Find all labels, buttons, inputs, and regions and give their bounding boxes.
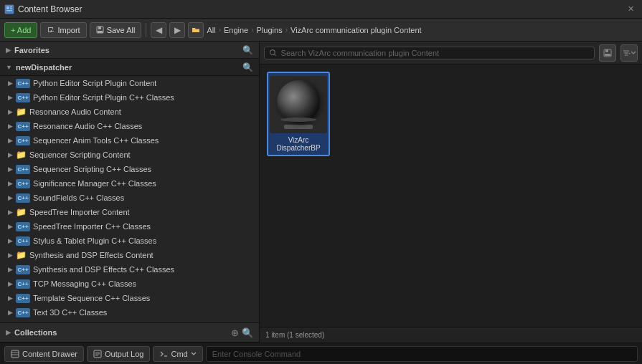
content-grid[interactable]: VizArc DispatcherBP: [260, 64, 642, 327]
cpp-badge: C++: [16, 265, 30, 274]
tree-item[interactable]: ▶C++Significance Manager C++ Classes: [0, 176, 259, 191]
cmd-label: Cmd: [171, 350, 187, 358]
tree-expand-icon: ▶: [6, 193, 14, 202]
asset-preview-base: [284, 125, 313, 129]
svg-rect-15: [11, 350, 19, 358]
breadcrumb-sep-1: ›: [219, 26, 221, 34]
favorites-section[interactable]: ▶ Favorites 🔍: [0, 42, 259, 59]
dispatcher-header[interactable]: ▼ newDispatcher 🔍: [0, 59, 259, 76]
tree-item[interactable]: ▶📁SpeedTree Importer Content: [0, 205, 259, 219]
svg-rect-3: [10, 8, 12, 9]
tree-item-label: SpeedTree Importer Content: [29, 208, 130, 216]
dispatcher-search-button[interactable]: 🔍: [242, 62, 253, 72]
tree-expand-icon: ▶: [6, 136, 14, 145]
tree-item[interactable]: ▶C++Text 3D C++ Classes: [0, 305, 259, 320]
collections-chevron: ▶: [6, 329, 11, 336]
tree-expand-icon: ▶: [6, 122, 14, 130]
favorites-search-button[interactable]: 🔍: [242, 45, 253, 55]
tree-item[interactable]: ▶C++Python Editor Script Plugin C++ Clas…: [0, 90, 259, 105]
tree-item[interactable]: ▶C++Resonance Audio C++ Classes: [0, 119, 259, 133]
cpp-badge: C++: [16, 308, 30, 317]
tree-item-label: Sequencer Scripting C++ Classes: [33, 165, 151, 173]
breadcrumb-plugins[interactable]: Plugins: [257, 26, 283, 34]
svg-rect-1: [6, 6, 9, 9]
output-log-label: Output Log: [105, 350, 143, 358]
tree-expand-icon: ▶: [6, 236, 14, 245]
folder-icon: 📁: [16, 107, 27, 117]
sidebar: ▶ Favorites 🔍 ▼ newDispatcher 🔍 ▶C++Pyth…: [0, 42, 260, 343]
tree-item[interactable]: ▶C++Python Editor Script Plugin Content: [0, 76, 259, 90]
collections-add-button[interactable]: ⊕: [231, 327, 239, 338]
window-title: Content Browser: [18, 4, 624, 14]
add-button[interactable]: + Add: [4, 22, 37, 38]
breadcrumb-sep-3: ›: [285, 26, 288, 34]
dispatcher-header-left: ▼ newDispatcher: [6, 63, 72, 72]
filter-icon: [622, 49, 631, 57]
save-search-button[interactable]: [599, 44, 616, 62]
folder-icon: 📁: [16, 150, 27, 160]
favorites-label: Favorites: [14, 46, 49, 54]
import-button[interactable]: Import: [40, 22, 86, 38]
close-button[interactable]: ✕: [624, 3, 638, 15]
tree-item[interactable]: ▶C++Stylus & Tablet Plugin C++ Classes: [0, 234, 259, 248]
save-all-button[interactable]: Save All: [90, 22, 142, 38]
breadcrumb-current[interactable]: VizArc communication plugin Content: [291, 26, 422, 34]
content-area: VizArc DispatcherBP 1 item (1 selected): [260, 42, 642, 343]
output-log-icon: [93, 350, 102, 358]
filter-options-button[interactable]: [620, 44, 638, 62]
search-input-wrap: [264, 47, 595, 59]
tree-item[interactable]: ▶C++Synthesis and DSP Effects C++ Classe…: [0, 262, 259, 277]
dispatcher-label: newDispatcher: [16, 63, 72, 72]
tree-item[interactable]: ▶C++Sequencer Anim Tools C++ Classes: [0, 133, 259, 148]
chevron-down-icon: [631, 50, 636, 56]
tree-expand-icon: ▶: [6, 208, 14, 216]
content-search-input[interactable]: [281, 49, 590, 57]
toolbar: + Add Import Save All ◀ ▶ All › Engine ›…: [0, 19, 642, 42]
tree-item[interactable]: ▶C++SoundFields C++ Classes: [0, 191, 259, 205]
tree-item-label: Template Sequence C++ Classes: [33, 294, 150, 302]
tree-item-label: Resonance Audio Content: [29, 107, 121, 116]
content-drawer-icon: [11, 350, 19, 358]
output-log-button[interactable]: Output Log: [87, 346, 150, 362]
cpp-badge: C++: [16, 93, 30, 102]
tree-item-label: Python Editor Script Plugin C++ Classes: [33, 93, 174, 102]
cpp-badge: C++: [16, 79, 30, 88]
nav-folder-button[interactable]: [188, 22, 204, 38]
tree-item[interactable]: ▶C++TCP Messaging C++ Classes: [0, 277, 259, 291]
tree-item[interactable]: ▶C++Template Sequence C++ Classes: [0, 291, 259, 305]
save-filter-icon: [603, 49, 612, 57]
asset-item[interactable]: VizArc DispatcherBP: [267, 72, 330, 156]
asset-thumbnail: [270, 76, 327, 133]
collections-search-button[interactable]: 🔍: [242, 327, 253, 338]
cpp-badge: C++: [16, 222, 30, 231]
cmd-button[interactable]: Cmd: [153, 346, 202, 362]
tree-area[interactable]: ▶C++Python Editor Script Plugin Content▶…: [0, 76, 259, 322]
folder-icon: 📁: [16, 250, 27, 260]
content-drawer-button[interactable]: Content Drawer: [4, 346, 84, 362]
svg-rect-10: [605, 49, 608, 52]
tree-expand-icon: ▶: [6, 222, 14, 231]
nav-forward-button[interactable]: ▶: [169, 22, 185, 38]
status-bar: 1 item (1 selected): [260, 327, 642, 343]
collections-section[interactable]: ▶ Collections ⊕ 🔍: [0, 322, 259, 343]
breadcrumb-all[interactable]: All: [207, 26, 215, 34]
save-icon: [96, 26, 104, 34]
favorites-chevron: ▶: [6, 47, 11, 54]
tree-item-label: Stylus & Tablet Plugin C++ Classes: [33, 236, 156, 245]
breadcrumb-engine[interactable]: Engine: [224, 26, 248, 34]
search-icon: [269, 49, 278, 57]
tree-item[interactable]: ▶📁Resonance Audio Content: [0, 105, 259, 119]
favorites-header-left: ▶ Favorites: [6, 46, 49, 54]
asset-label: VizArc DispatcherBP: [276, 136, 320, 152]
bottom-bar: Content Drawer Output Log Cmd: [0, 343, 642, 364]
breadcrumb-sep-2: ›: [251, 26, 253, 34]
nav-back-button[interactable]: ◀: [151, 22, 166, 38]
tree-expand-icon: ▶: [6, 279, 14, 288]
tree-item[interactable]: ▶📁Sequencer Scripting Content: [0, 148, 259, 162]
tree-item[interactable]: ▶C++Sequencer Scripting C++ Classes: [0, 162, 259, 176]
tree-item[interactable]: ▶📁Synthesis and DSP Effects Content: [0, 248, 259, 262]
tree-expand-icon: ▶: [6, 93, 14, 102]
tree-item[interactable]: ▶C++SpeedTree Importer C++ Classes: [0, 219, 259, 234]
console-input[interactable]: [206, 346, 638, 362]
tree-item-label: SoundFields C++ Classes: [33, 193, 124, 202]
